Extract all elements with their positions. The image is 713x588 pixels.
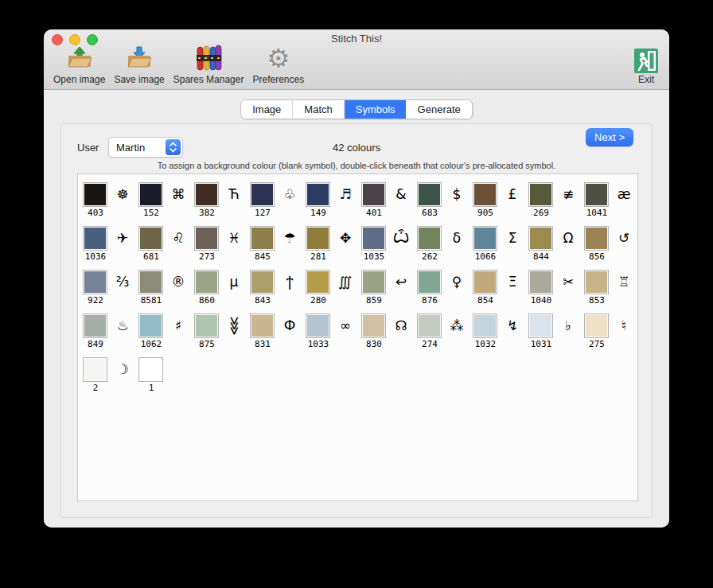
colour-swatch[interactable]	[251, 314, 274, 337]
colour-cell[interactable]: ⅔922	[83, 270, 138, 313]
colour-cell[interactable]: Ѽ1035	[361, 226, 417, 270]
colour-cell[interactable]: ♮275	[584, 313, 638, 357]
tab-generate[interactable]: Generate	[407, 100, 472, 119]
colour-cell[interactable]: ♬149	[306, 182, 361, 226]
colour-swatch[interactable]	[84, 314, 107, 337]
colour-swatch[interactable]	[306, 227, 329, 250]
colour-number: 262	[412, 251, 447, 262]
colour-cell[interactable]: ®8581	[138, 270, 194, 313]
colour-cell[interactable]: ♭1031	[528, 313, 584, 357]
colour-cell[interactable]: ⋙875	[194, 313, 250, 357]
colour-swatch[interactable]	[139, 183, 162, 206]
colour-swatch[interactable]	[585, 314, 608, 337]
colour-swatch[interactable]	[418, 271, 441, 294]
colour-swatch[interactable]	[529, 227, 552, 250]
colour-swatch[interactable]	[139, 314, 162, 337]
colour-swatch[interactable]	[362, 271, 385, 294]
colour-swatch[interactable]	[362, 227, 385, 250]
colour-cell[interactable]: ♯1062	[138, 313, 194, 357]
colour-cell[interactable]: 1	[138, 357, 194, 401]
colour-cell[interactable]: Σ1066	[473, 226, 528, 270]
tab-image[interactable]: Image	[241, 100, 293, 119]
colour-swatch[interactable]	[139, 271, 162, 294]
colour-cell[interactable]: $683	[417, 182, 473, 226]
colour-cell[interactable]: ♨849	[83, 313, 138, 357]
colour-swatch[interactable]	[84, 271, 107, 294]
colour-swatch[interactable]	[473, 183, 497, 206]
colour-cell[interactable]: ϯ843	[250, 270, 306, 313]
colour-cell[interactable]: ↯1032	[473, 313, 528, 357]
colour-swatch[interactable]	[195, 271, 218, 294]
colour-cell[interactable]: Ξ854	[473, 270, 528, 313]
colour-cell[interactable]: ♓273	[194, 226, 250, 270]
colour-cell[interactable]: ↩859	[361, 270, 417, 313]
colour-cell[interactable]: ✥281	[306, 226, 361, 270]
colour-swatch[interactable]	[473, 227, 497, 250]
colour-cell[interactable]: ♀876	[417, 270, 473, 313]
colour-cell[interactable]: ☂845	[250, 226, 306, 270]
tab-symbols[interactable]: Symbols	[345, 100, 407, 119]
colour-swatch[interactable]	[418, 183, 441, 206]
colour-swatch[interactable]	[529, 271, 552, 294]
colour-swatch[interactable]	[251, 271, 274, 294]
exit-button[interactable]: Exit	[634, 43, 658, 85]
colour-swatch[interactable]	[84, 358, 107, 381]
colour-cell[interactable]: ✈1036	[83, 226, 138, 270]
colour-swatch[interactable]	[195, 227, 218, 250]
colour-cell[interactable]: ⌘152	[138, 182, 194, 226]
colour-swatch[interactable]	[251, 183, 274, 206]
colour-swatch[interactable]	[306, 271, 329, 294]
colour-swatch[interactable]	[139, 358, 162, 381]
colour-cell[interactable]: ⁂274	[417, 313, 473, 357]
colour-swatch[interactable]	[306, 314, 329, 337]
colour-swatch[interactable]	[195, 183, 218, 206]
colour-cell[interactable]: ∞1033	[306, 313, 361, 357]
colour-cell[interactable]: ♌681	[138, 226, 194, 270]
colour-cell[interactable]: ♖853	[584, 270, 638, 313]
colour-cell[interactable]: δ262	[417, 226, 473, 270]
colour-cell[interactable]: ∭280	[306, 270, 361, 313]
colour-swatch[interactable]	[195, 314, 218, 337]
colour-number: 860	[189, 295, 224, 306]
colour-number: 876	[412, 295, 447, 306]
window-content: Image Match Symbols Generate User Martin…	[44, 90, 669, 528]
colour-cell[interactable]: ☊830	[361, 313, 417, 357]
colour-swatch[interactable]	[139, 227, 162, 250]
colour-cell[interactable]: ☸403	[83, 182, 138, 226]
colour-cell[interactable]: £905	[473, 182, 528, 226]
colour-swatch[interactable]	[585, 183, 608, 206]
colour-cell[interactable]: æ1041	[584, 182, 638, 226]
colour-swatch[interactable]	[529, 314, 552, 337]
colour-swatch[interactable]	[84, 183, 107, 206]
colour-cell[interactable]: ≢269	[528, 182, 584, 226]
folder-down-arrow-icon	[125, 43, 154, 73]
colour-swatch[interactable]	[473, 314, 497, 337]
colour-swatch[interactable]	[473, 271, 497, 294]
colour-swatch[interactable]	[251, 227, 274, 250]
tab-match[interactable]: Match	[293, 100, 344, 119]
next-button[interactable]: Next >	[586, 128, 633, 146]
colour-cell[interactable]: ✂1040	[528, 270, 584, 313]
colour-cell[interactable]: Ћ382	[194, 182, 250, 226]
preferences-button[interactable]: ⚙ Preferences	[252, 43, 304, 85]
colour-swatch[interactable]	[362, 314, 385, 337]
colour-swatch[interactable]	[306, 183, 329, 206]
colour-swatch[interactable]	[84, 227, 107, 250]
colour-swatch[interactable]	[585, 227, 608, 250]
colour-swatch[interactable]	[529, 183, 552, 206]
colour-swatch[interactable]	[362, 183, 385, 206]
colour-symbol: ♧	[280, 184, 299, 205]
colour-cell[interactable]: ↺856	[584, 226, 638, 270]
save-image-button[interactable]: Save image	[114, 43, 164, 85]
colour-swatch[interactable]	[585, 271, 608, 294]
colour-cell[interactable]: ♧127	[250, 182, 306, 226]
colour-cell[interactable]: Ф831	[250, 313, 306, 357]
colour-cell[interactable]: &401	[361, 182, 417, 226]
colour-cell[interactable]: ☽2	[83, 357, 138, 401]
colour-swatch[interactable]	[418, 314, 441, 337]
open-image-button[interactable]: Open image	[53, 43, 105, 85]
colour-cell[interactable]: µ860	[194, 270, 250, 313]
colour-swatch[interactable]	[418, 227, 441, 250]
colour-cell[interactable]: Ω844	[528, 226, 584, 270]
spares-manager-button[interactable]: Spares Manager	[173, 43, 244, 85]
